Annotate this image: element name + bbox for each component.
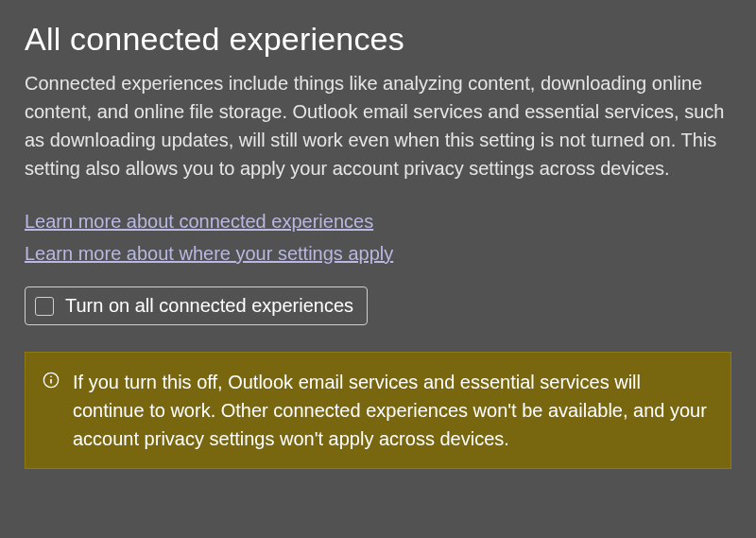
info-text: If you turn this off, Outlook email serv…	[73, 368, 712, 453]
checkbox-label: Turn on all connected experiences	[65, 295, 353, 317]
connected-experiences-checkbox[interactable]	[35, 297, 54, 316]
links-group: Learn more about connected experiences L…	[25, 205, 731, 269]
section-description: Connected experiences include things lik…	[25, 69, 731, 182]
section-title: All connected experiences	[25, 21, 731, 58]
connected-experiences-checkbox-container[interactable]: Turn on all connected experiences	[25, 286, 368, 325]
info-box: If you turn this off, Outlook email serv…	[25, 352, 731, 469]
learn-experiences-link[interactable]: Learn more about connected experiences	[25, 205, 373, 237]
info-icon	[43, 372, 60, 392]
svg-point-2	[50, 376, 52, 378]
learn-settings-link[interactable]: Learn more about where your settings app…	[25, 237, 393, 269]
